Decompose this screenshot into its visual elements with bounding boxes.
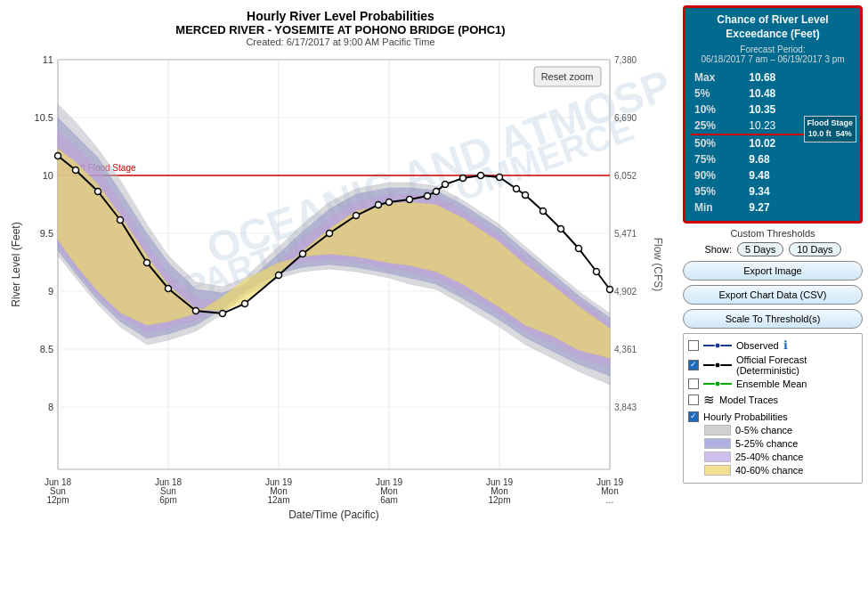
svg-text:6,052: 6,052: [614, 171, 637, 181]
observed-label: Observed: [736, 340, 779, 351]
custom-thresholds-label: Custom Thresholds: [683, 228, 863, 239]
svg-text:12am: 12am: [267, 495, 289, 505]
svg-point-48: [276, 273, 282, 279]
ensemble-label: Ensemble Mean: [736, 378, 807, 389]
right-panel: Chance of River Level Exceedance (Feet) …: [681, 0, 868, 594]
svg-point-49: [300, 251, 306, 257]
legend-box: Observed ℹ Official Forecast(Determinist…: [683, 333, 863, 484]
chart-area: Hourly River Level Probabilities MERCED …: [0, 0, 681, 594]
svg-point-63: [540, 208, 547, 215]
svg-point-67: [607, 287, 613, 293]
swatch-0-5-color: [704, 425, 731, 435]
observed-line: [703, 345, 732, 346]
swatch-25-40-label: 25-40% chance: [735, 452, 803, 462]
exceedance-title: Chance of River Level Exceedance (Feet): [691, 13, 855, 41]
svg-point-42: [118, 217, 124, 224]
official-label: Official Forecast(Deterministic): [736, 354, 807, 376]
chart-title: Hourly River Level Probabilities MERCED …: [9, 9, 672, 47]
svg-point-61: [514, 186, 520, 192]
svg-text:Reset zoom: Reset zoom: [541, 71, 594, 82]
svg-text:6pm: 6pm: [159, 495, 176, 505]
chart-svg: OCEANIC AND ATMOSPH DEPARTMENT OF COMMER…: [9, 51, 668, 523]
wave-icon: ≋: [703, 392, 715, 408]
main-title: Hourly River Level Probabilities: [9, 9, 672, 23]
svg-point-43: [144, 260, 150, 266]
exc-row-max: Max 10.68: [691, 69, 855, 85]
svg-point-65: [576, 246, 582, 252]
exc-row-75pct: 75% 9.68: [691, 151, 855, 167]
hourly-probs-checkbox[interactable]: [688, 411, 699, 422]
svg-text:3,843: 3,843: [614, 403, 637, 412]
svg-text:River Level (Feet): River Level (Feet): [10, 222, 22, 306]
svg-text:Date/Time (Pacific): Date/Time (Pacific): [288, 509, 379, 521]
svg-point-39: [55, 153, 61, 159]
official-checkbox[interactable]: [688, 360, 699, 370]
svg-text:8: 8: [48, 402, 53, 412]
svg-text:9.5: 9.5: [40, 228, 53, 239]
controls-section: Custom Thresholds Show: 5 Days 10 Days E…: [683, 228, 863, 329]
model-label: Model Traces: [719, 395, 778, 405]
svg-point-40: [73, 167, 79, 174]
swatch-0-5: 0-5% chance: [704, 425, 857, 435]
official-line: [703, 364, 732, 366]
legend-ensemble: Ensemble Mean: [688, 378, 857, 389]
svg-text:12pm: 12pm: [46, 495, 69, 505]
swatch-5-25-label: 5-25% chance: [735, 438, 798, 449]
export-image-button[interactable]: Export Image: [683, 261, 863, 281]
show-days-row: Show: 5 Days 10 Days: [683, 242, 863, 256]
exc-row-95pct: 95% 9.34: [691, 183, 855, 199]
show-label: Show:: [704, 244, 732, 255]
scale-threshold-button[interactable]: Scale To Threshold(s): [683, 309, 863, 329]
swatch-25-40-color: [704, 452, 731, 462]
legend-official: Official Forecast(Deterministic): [688, 354, 857, 376]
svg-point-41: [95, 189, 101, 195]
ensemble-checkbox[interactable]: [688, 378, 699, 389]
swatch-25-40: 25-40% chance: [704, 452, 857, 462]
exc-row-90pct: 90% 9.48: [691, 167, 855, 183]
info-icon[interactable]: ℹ: [783, 338, 788, 352]
exceedance-table: Max 10.68 5% 10.48 10% 10.35 25% 10.23 F…: [691, 69, 855, 216]
svg-text:4,361: 4,361: [614, 345, 637, 354]
svg-point-51: [353, 213, 360, 219]
svg-text:10.5: 10.5: [35, 112, 53, 123]
created-label: Created: 6/17/2017 at 9:00 AM Pacific Ti…: [9, 37, 672, 47]
svg-point-55: [425, 193, 431, 199]
swatch-0-5-label: 0-5% chance: [735, 425, 792, 435]
swatch-40-60-label: 40-60% chance: [735, 465, 803, 476]
observed-checkbox[interactable]: [688, 340, 699, 351]
svg-point-62: [523, 192, 529, 199]
svg-point-47: [242, 301, 248, 307]
svg-text:7,380: 7,380: [614, 55, 637, 65]
svg-point-44: [166, 286, 172, 292]
svg-text:8.5: 8.5: [40, 344, 53, 354]
svg-point-45: [193, 308, 199, 314]
subtitle: MERCED RIVER - YOSEMITE AT POHONO BRIDGE…: [9, 23, 672, 37]
legend-model: ≋ Model Traces: [688, 392, 857, 408]
exc-row-5pct: 5% 10.48: [691, 85, 855, 102]
svg-text:11: 11: [43, 54, 53, 65]
svg-text:4,902: 4,902: [614, 287, 637, 297]
forecast-period-label: Forecast Period: 06/18/2017 7 am – 06/19…: [691, 45, 855, 64]
svg-text:10: 10: [43, 170, 53, 181]
exc-row-25pct: 25% 10.23 Flood Stage10.0 ft 54%: [691, 118, 855, 134]
svg-point-53: [386, 199, 393, 206]
svg-text:5,471: 5,471: [614, 229, 637, 239]
svg-point-64: [558, 226, 564, 232]
swatch-40-60: 40-60% chance: [704, 465, 857, 476]
ensemble-line: [703, 383, 732, 385]
legend-observed: Observed ℹ: [688, 338, 857, 352]
swatch-5-25: 5-25% chance: [704, 438, 857, 449]
svg-point-59: [478, 173, 484, 179]
svg-text:Flow (CFS): Flow (CFS): [652, 238, 664, 292]
svg-text:9: 9: [48, 286, 53, 297]
svg-point-66: [594, 269, 600, 275]
legend-hourly-header: Hourly Probabilities: [688, 411, 857, 422]
svg-text:6am: 6am: [380, 495, 397, 505]
swatch-5-25-color: [704, 438, 731, 449]
5-days-button[interactable]: 5 Days: [737, 242, 783, 256]
export-csv-button[interactable]: Export Chart Data (CSV): [683, 285, 863, 305]
flood-stage-badge: Flood Stage10.0 ft 54%: [804, 116, 857, 142]
model-checkbox[interactable]: [688, 395, 699, 405]
10-days-button[interactable]: 10 Days: [789, 242, 840, 256]
svg-point-50: [327, 231, 333, 237]
